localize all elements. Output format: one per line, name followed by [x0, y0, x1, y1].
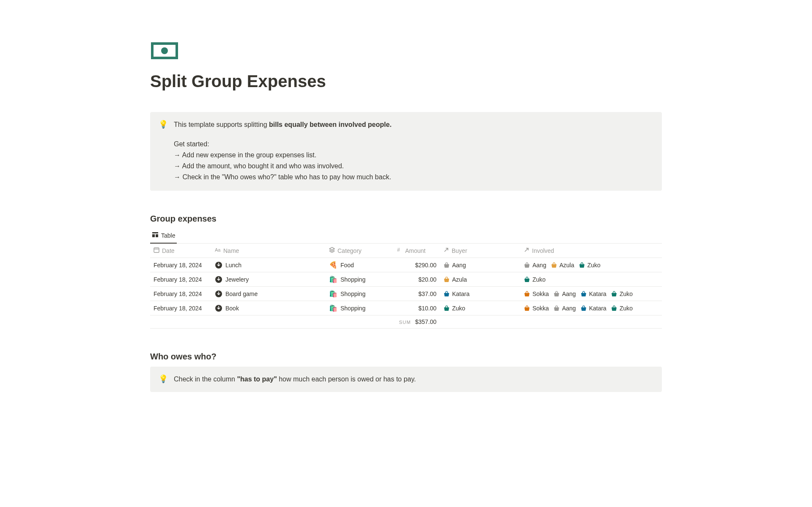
col-buyer[interactable]: Buyer: [440, 244, 520, 258]
owes-heading: Who owes who?: [150, 352, 662, 362]
col-buyer-label: Buyer: [452, 247, 467, 254]
basket-icon: [611, 305, 617, 312]
cell-buyer[interactable]: Katara: [440, 287, 520, 301]
page-icon-dollar: [151, 42, 178, 59]
tab-table-label: Table: [161, 232, 175, 239]
svg-point-2: [161, 47, 168, 54]
person-tag[interactable]: Zuko: [611, 305, 633, 312]
col-involved[interactable]: Involved: [520, 244, 662, 258]
basket-icon: [553, 305, 560, 312]
cell-date[interactable]: February 18, 2024: [150, 272, 211, 287]
cell-category[interactable]: 🛍️Shopping: [326, 287, 393, 301]
basket-icon: [524, 262, 530, 269]
cell-date[interactable]: February 18, 2024: [150, 258, 211, 272]
cell-buyer[interactable]: Aang: [440, 258, 520, 272]
cell-name[interactable]: Board game: [211, 287, 326, 301]
sum-cell: SUM $357.00: [393, 315, 440, 329]
sum-value: $357.00: [415, 318, 436, 325]
cell-amount[interactable]: $20.00: [393, 272, 440, 287]
person-tag[interactable]: Azula: [551, 262, 574, 269]
person-tag[interactable]: Sokka: [524, 305, 549, 312]
cell-name[interactable]: Jewelery: [211, 272, 326, 287]
table-row[interactable]: February 18, 2024Board game🛍️Shopping$37…: [150, 287, 662, 301]
callout-owes-body: Check in the column "has to pay" how muc…: [174, 374, 416, 384]
lightbulb-icon: 💡: [159, 120, 168, 183]
expenses-table: Date Aa Name Category: [150, 244, 662, 329]
cell-involved[interactable]: SokkaAangKataraZuko: [520, 287, 662, 301]
person-tag[interactable]: Zuko: [524, 276, 546, 283]
basket-icon: [551, 262, 557, 269]
svg-text:#: #: [397, 247, 400, 253]
col-involved-label: Involved: [532, 247, 554, 254]
tab-table[interactable]: Table: [150, 229, 177, 244]
person-tag[interactable]: Zuko: [443, 305, 465, 312]
table-row[interactable]: February 18, 2024Lunch🍕Food$290.00AangAa…: [150, 258, 662, 272]
person-tag[interactable]: Aang: [524, 262, 546, 269]
category-emoji-icon: 🛍️: [329, 275, 337, 283]
cell-involved[interactable]: Zuko: [520, 272, 662, 287]
callout-intro-prefix: This template supports splitting: [174, 121, 269, 128]
category-emoji-icon: 🍕: [329, 261, 337, 269]
cell-name[interactable]: Lunch: [211, 258, 326, 272]
cell-name[interactable]: Book: [211, 301, 326, 315]
basket-icon: [580, 305, 587, 312]
person-tag[interactable]: Sokka: [524, 290, 549, 297]
col-name[interactable]: Aa Name: [211, 244, 326, 258]
download-icon: [215, 290, 222, 298]
person-tag[interactable]: Aang: [553, 305, 576, 312]
callout-getstarted-label: Get started:: [174, 139, 392, 149]
cell-date[interactable]: February 18, 2024: [150, 301, 211, 315]
basket-icon: [443, 290, 450, 297]
cell-category[interactable]: 🛍️Shopping: [326, 272, 393, 287]
person-tag[interactable]: Katara: [580, 290, 606, 297]
person-tag[interactable]: Azula: [443, 276, 467, 283]
table-icon: [152, 231, 159, 239]
callout-owes: 💡 Check in the column "has to pay" how m…: [150, 367, 662, 392]
col-amount[interactable]: # Amount: [393, 244, 440, 258]
category-emoji-icon: 🛍️: [329, 290, 337, 298]
cell-amount[interactable]: $290.00: [393, 258, 440, 272]
cell-buyer[interactable]: Azula: [440, 272, 520, 287]
col-date[interactable]: Date: [150, 244, 211, 258]
cell-involved[interactable]: AangAzulaZuko: [520, 258, 662, 272]
person-tag[interactable]: Zuko: [579, 262, 601, 269]
cell-date[interactable]: February 18, 2024: [150, 287, 211, 301]
calendar-icon: [154, 247, 159, 254]
basket-icon: [443, 276, 450, 283]
col-category-label: Category: [337, 247, 362, 254]
cell-category[interactable]: 🛍️Shopping: [326, 301, 393, 315]
person-tag[interactable]: Katara: [580, 305, 606, 312]
basket-icon: [611, 290, 617, 297]
basket-icon: [443, 305, 450, 312]
cell-category[interactable]: 🍕Food: [326, 258, 393, 272]
basket-icon: [524, 305, 530, 312]
cell-amount[interactable]: $37.00: [393, 287, 440, 301]
table-row[interactable]: February 18, 2024Book🛍️Shopping$10.00Zuk…: [150, 301, 662, 315]
cell-amount[interactable]: $10.00: [393, 301, 440, 315]
table-row[interactable]: February 18, 2024Jewelery🛍️Shopping$20.0…: [150, 272, 662, 287]
col-date-label: Date: [162, 247, 175, 254]
download-icon: [215, 276, 222, 283]
number-icon: #: [397, 247, 403, 254]
callout-intro-bold: bills equally between involved people.: [269, 121, 392, 128]
col-name-label: Name: [223, 247, 239, 254]
person-tag[interactable]: Aang: [443, 262, 466, 269]
relation-icon: [443, 247, 449, 254]
cell-involved[interactable]: SokkaAangKataraZuko: [520, 301, 662, 315]
stack-icon: [329, 247, 335, 254]
db-tabs: Table: [150, 229, 662, 244]
person-tag[interactable]: Katara: [443, 290, 469, 297]
page-title: Split Group Expenses: [150, 72, 662, 91]
callout-intro: 💡 This template supports splitting bills…: [150, 112, 662, 191]
person-tag[interactable]: Zuko: [611, 290, 633, 297]
basket-icon: [524, 290, 530, 297]
col-category[interactable]: Category: [326, 244, 393, 258]
cell-buyer[interactable]: Zuko: [440, 301, 520, 315]
relation-icon: [524, 247, 529, 254]
group-expenses-heading: Group expenses: [150, 214, 662, 224]
person-tag[interactable]: Aang: [553, 290, 576, 297]
svg-rect-3: [154, 248, 159, 252]
lightbulb-icon: 💡: [159, 374, 168, 384]
owes-suffix: how much each person is owed or has to p…: [277, 375, 416, 383]
basket-icon: [580, 290, 587, 297]
